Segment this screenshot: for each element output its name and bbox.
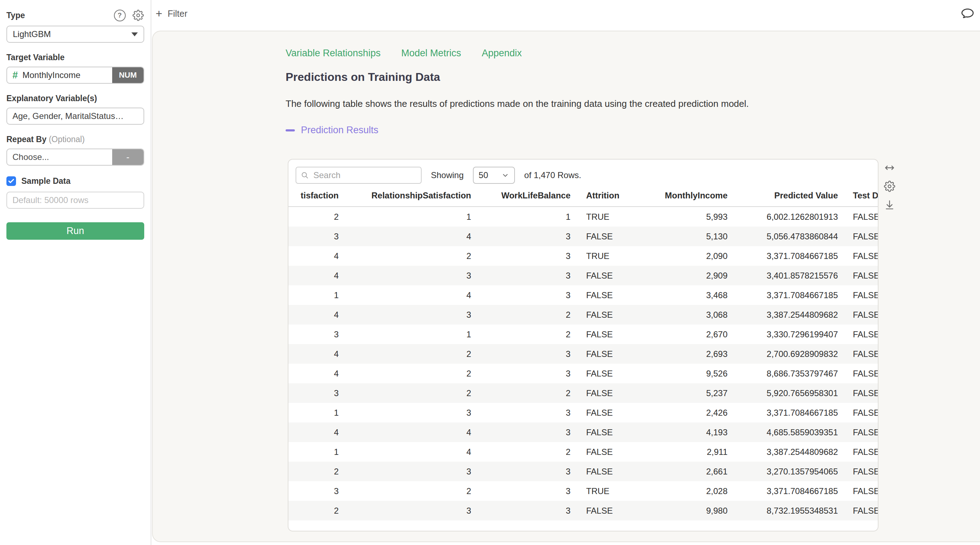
column-header[interactable]: Test Data	[844, 190, 878, 207]
cell: FALSE	[575, 383, 638, 403]
cell: 4	[339, 285, 474, 305]
cell: 8,686.7353797467	[732, 364, 844, 383]
cell: 2	[339, 383, 474, 403]
sample-rows-input[interactable]	[6, 192, 144, 209]
cell: 3,330.7296199407	[732, 325, 844, 344]
table-row: 322FALSE5,2375,920.7656958301FALSE	[288, 383, 878, 403]
cell: FALSE	[844, 207, 878, 226]
tab-bar: Variable RelationshipsModel MetricsAppen…	[286, 48, 522, 59]
column-header[interactable]: RelationshipSatisfaction	[339, 190, 474, 207]
tab-appendix[interactable]: Appendix	[482, 48, 522, 59]
search-input[interactable]	[313, 170, 417, 181]
table-header-row: tisfactionRelationshipSatisfactionWorkLi…	[288, 190, 878, 207]
cell: 2,693	[638, 344, 732, 364]
gear-icon[interactable]	[132, 9, 144, 21]
download-icon[interactable]	[883, 199, 896, 211]
tab-variable-relationships[interactable]: Variable Relationships	[286, 48, 381, 59]
filter-label: Filter	[168, 8, 188, 19]
expand-width-icon[interactable]	[883, 162, 896, 174]
cell: 4,685.5859039351	[732, 422, 844, 442]
cell: FALSE	[844, 344, 878, 364]
page-title: Predictions on Training Data	[286, 70, 440, 84]
cell: 3,068	[638, 305, 732, 325]
help-icon[interactable]	[114, 9, 126, 21]
cell: TRUE	[575, 246, 638, 266]
table-settings-gear-icon[interactable]	[883, 180, 896, 192]
cell: 2	[339, 481, 474, 501]
comment-icon[interactable]	[960, 6, 975, 21]
run-button[interactable]: Run	[6, 222, 144, 240]
cell: 2	[339, 344, 474, 364]
tab-model-metrics[interactable]: Model Metrics	[401, 48, 461, 59]
model-sidebar: Type LightGBM Target Variable # MonthlyI…	[0, 0, 151, 545]
numeric-hash-icon: #	[13, 70, 18, 81]
cell: FALSE	[844, 462, 878, 481]
cell: 2	[474, 325, 575, 344]
table-row: 211TRUE5,9936,002.1262801913FALSE	[288, 207, 878, 226]
repeat-by-label: Repeat By (Optional)	[6, 135, 144, 144]
cell: FALSE	[844, 403, 878, 422]
column-header[interactable]: Attrition	[575, 190, 638, 207]
table-row: 143FALSE3,4683,371.7084667185FALSE	[288, 285, 878, 305]
cell: 1	[474, 207, 575, 226]
cell: FALSE	[575, 285, 638, 305]
target-variable-field[interactable]: # MonthlyIncome NUM	[6, 67, 144, 84]
cell: FALSE	[575, 403, 638, 422]
cell: 4,193	[638, 422, 732, 442]
cell: 6,002.1262801913	[732, 207, 844, 226]
cell: 5,920.7656958301	[732, 383, 844, 403]
cell: FALSE	[844, 383, 878, 403]
report-card: Variable RelationshipsModel MetricsAppen…	[152, 30, 980, 542]
sample-data-label: Sample Data	[21, 176, 70, 186]
column-header[interactable]: tisfaction	[288, 190, 339, 207]
cell: 3	[474, 462, 575, 481]
cell: 3	[339, 266, 474, 285]
cell: 4	[339, 226, 474, 246]
cell: 3	[339, 462, 474, 481]
rows-info: of 1,470 Rows.	[524, 170, 581, 180]
column-header[interactable]: WorkLifeBalance	[474, 190, 575, 207]
cell: 2	[339, 246, 474, 266]
table-row: 133FALSE2,4263,371.7084667185FALSE	[288, 403, 878, 422]
repeat-by-select[interactable]: Choose... -	[6, 148, 144, 166]
cell: 2	[474, 442, 575, 462]
table-search[interactable]	[296, 167, 422, 184]
cell: 4	[288, 344, 339, 364]
type-label: Type	[6, 11, 25, 20]
cell: 1	[288, 442, 339, 462]
cell: FALSE	[575, 305, 638, 325]
page-size-select[interactable]: 50	[473, 167, 515, 184]
table-row: 423FALSE9,5268,686.7353797467FALSE	[288, 364, 878, 383]
cell: 2	[288, 462, 339, 481]
cell: 2	[339, 364, 474, 383]
cell: 4	[288, 246, 339, 266]
table-row: 423TRUE2,0903,371.7084667185FALSE	[288, 246, 878, 266]
cell: 3	[474, 285, 575, 305]
cell: 3	[474, 501, 575, 520]
cell: FALSE	[844, 325, 878, 344]
model-type-select[interactable]: LightGBM	[6, 25, 144, 43]
table-row: 343FALSE5,1305,056.4783860844FALSE	[288, 226, 878, 246]
cell: 2,090	[638, 246, 732, 266]
cell: 1	[288, 403, 339, 422]
column-header[interactable]: Predicted Value	[732, 190, 844, 207]
explanatory-variables-value: Age, Gender, MaritalStatus…	[7, 111, 143, 121]
prediction-results-toggle[interactable]: Prediction Results	[286, 125, 379, 136]
add-filter-button[interactable]: + Filter	[156, 8, 187, 19]
cell: 2	[474, 305, 575, 325]
top-bar: + Filter	[152, 0, 980, 30]
cell: FALSE	[844, 501, 878, 520]
cell: 3	[339, 403, 474, 422]
explanatory-variables-field[interactable]: Age, Gender, MaritalStatus…	[6, 108, 144, 125]
cell: 3	[288, 481, 339, 501]
cell: 3	[339, 305, 474, 325]
cell: FALSE	[575, 462, 638, 481]
table-row: 443FALSE4,1934,685.5859039351FALSE	[288, 422, 878, 442]
column-header[interactable]: MonthlyIncome	[638, 190, 732, 207]
repeat-by-clear-button[interactable]: -	[112, 149, 143, 165]
cell: 3	[474, 226, 575, 246]
sample-data-checkbox[interactable]	[6, 176, 16, 186]
table-tools	[883, 162, 896, 211]
table-row: 423FALSE2,6932,700.6928909832FALSE	[288, 344, 878, 364]
cell: 3	[474, 403, 575, 422]
